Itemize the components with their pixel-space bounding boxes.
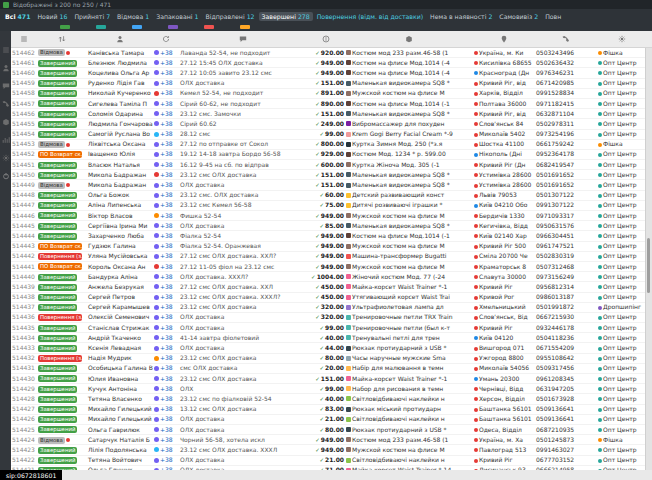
table-row[interactable]: 514447ЗавершенийАліна Липенська+3823.12 … [11, 201, 645, 211]
customer-phone[interactable]: 0507312468 [535, 263, 597, 271]
messenger-icon[interactable] [154, 366, 159, 371]
messenger-icon[interactable] [154, 284, 159, 289]
phone-prefix[interactable]: +38 [160, 242, 173, 249]
messenger-icon[interactable] [154, 142, 159, 147]
filter-chip-3[interactable] [132, 25, 142, 29]
phone-prefix[interactable]: +38 [160, 436, 173, 443]
customer-phone[interactable]: 0503243496 [535, 49, 597, 57]
phone-prefix[interactable]: +38 [160, 303, 173, 310]
product-name[interactable]: Костюм на флисе Мод.1014 (-4 [352, 69, 450, 76]
phone-prefix[interactable]: +38 [160, 89, 173, 96]
product-name[interactable]: Костюм на флисе Мод.1014 (-1 [352, 100, 450, 107]
filter-chip-5[interactable] [204, 25, 214, 29]
messenger-icon[interactable] [154, 101, 159, 106]
customer-name[interactable]: Юлия Ивановна [87, 375, 153, 383]
phone-prefix[interactable]: +38 [160, 69, 173, 76]
phone-prefix[interactable]: +38 [160, 263, 173, 270]
table-row[interactable]: 514428ЗавершенийТетяна Власенко+3823.12 … [11, 394, 645, 404]
column-header-price[interactable] [307, 31, 345, 47]
product-name[interactable]: Костюм на флисе Мод.1014 (-4 [352, 59, 450, 66]
customer-phone[interactable]: 0632871104 [535, 110, 597, 118]
product-name[interactable]: Часы наручные мужские Sma [352, 354, 446, 361]
product-name[interactable]: Тренировочные петли TRX Train [352, 313, 452, 320]
customer-name[interactable]: Блезнюк Людмила [87, 59, 153, 67]
phone-prefix[interactable]: +38 [160, 161, 173, 168]
column-header-source[interactable] [597, 31, 646, 47]
table-row[interactable]: 514439ЗавершенийАнжела Безрукая+3827.12 … [11, 282, 645, 292]
phone-prefix[interactable]: +38 [160, 59, 173, 66]
phone-prefix[interactable]: +38 [160, 171, 173, 178]
messenger-icon[interactable] [154, 356, 159, 361]
customer-name[interactable]: Іващенко Юлія [87, 150, 153, 158]
product-name[interactable]: Майка-корсет Waist Trainer *-1 [352, 375, 447, 382]
customer-name[interactable]: Коцелива Ольга Ар [87, 69, 153, 77]
customer-name[interactable]: Захарченко Люба [87, 232, 153, 240]
phone-prefix[interactable]: +38 [160, 354, 173, 361]
table-row[interactable]: 514450ЗавершенийМикола Бадражан+3823.12 … [11, 170, 645, 180]
messenger-icon[interactable] [154, 50, 159, 55]
customer-name[interactable]: Самогій Руслана Во [87, 130, 153, 138]
customer-name[interactable]: Сергіївна Ірина Ми [87, 222, 153, 230]
customer-phone[interactable]: 0671420985 [535, 79, 597, 87]
customer-phone[interactable]: 0961208345 [535, 375, 597, 383]
table-row[interactable]: 514426ЗавершенийМихайло Гилецький+38ОЛХ … [11, 415, 645, 425]
table-row[interactable]: 514422ЗавершенийТетяна Войтович+38ОЛХ до… [11, 456, 645, 466]
phone-prefix[interactable]: +38 [160, 385, 173, 392]
column-header-city[interactable] [473, 31, 535, 47]
table-row[interactable]: 514423ЗавершенийЛілія Подолянська+3823.1… [11, 445, 645, 455]
customer-phone[interactable]: 0501307122 [535, 191, 597, 199]
filter-chip-6[interactable] [240, 25, 250, 29]
customer-phone[interactable]: 0671554209 [535, 344, 597, 352]
product-name[interactable]: Рюкзак міський протиударн [352, 405, 441, 412]
customer-phone[interactable]: 0502636432 [535, 59, 597, 67]
phone-prefix[interactable]: +38 [160, 446, 173, 453]
phone-prefix[interactable]: +38 [160, 334, 173, 341]
customer-name[interactable]: Ліквітська Оксана [87, 140, 153, 148]
customer-phone[interactable]: 0950631576 [535, 222, 597, 230]
customer-phone[interactable]: 0501245873 [535, 436, 597, 444]
table-row[interactable]: 514446ЗавершенийВіктор Власов+38Фишка 52… [11, 211, 645, 221]
product-name[interactable]: Рюкзак протиударний з USB * [352, 426, 447, 433]
product-name[interactable]: Світловідбиваючі наклейки н [352, 456, 445, 463]
messenger-icon[interactable] [154, 264, 159, 269]
customer-phone[interactable]: 0956812314 [535, 283, 597, 291]
customer-name[interactable]: Станіслав Стрижак [87, 324, 153, 332]
product-name[interactable]: Куртка Зимня Мод. 250 (*з.я [352, 140, 442, 147]
product-name[interactable]: Мужской костюм на флисе М [352, 263, 445, 270]
column-header-name[interactable] [87, 31, 153, 47]
phone-prefix[interactable]: +38 [160, 364, 173, 371]
product-name[interactable]: Мужской костюм на флисе М [352, 89, 445, 96]
product-name[interactable]: Мужской костюм на флисе М [352, 242, 445, 249]
phone-prefix[interactable]: +38 [160, 395, 173, 402]
phone-prefix[interactable]: +38 [160, 313, 173, 320]
table-row[interactable]: 514444ЗавершенийЗахарченко Люба+38Фіалка… [11, 231, 645, 241]
product-name[interactable]: Костюм на флисе Мод.1014 (-1 [352, 232, 450, 239]
product-name[interactable]: Детский развивающий конст [352, 191, 444, 198]
messenger-icon[interactable] [154, 172, 159, 177]
table-row[interactable]: 514440ЗавершенийБандурка Аліна+38ОЛХ дос… [11, 272, 645, 282]
product-name[interactable]: Костюм мод 233 разм.46-58 (1 [352, 49, 448, 56]
table-row[interactable]: 514435ЗавершенийСтаніслав Стрижак+38ОЛХ … [11, 323, 645, 333]
customer-name[interactable]: Андрій Ткаченко [87, 334, 153, 342]
messenger-icon[interactable] [154, 70, 159, 75]
phone-prefix[interactable]: +38 [160, 456, 173, 463]
tab-8[interactable]: Повернення (відм. від доставки) [314, 12, 426, 21]
table-row[interactable]: 514449ВідмоваМикола Бадражан+38ОЛХ доста… [11, 180, 645, 190]
messenger-icon[interactable] [154, 376, 159, 381]
messenger-icon[interactable] [154, 203, 159, 208]
customer-name[interactable]: Николай Кучеренко [87, 89, 153, 97]
sidebar-item-stats[interactable] [2, 129, 10, 137]
phone-prefix[interactable]: +38 [160, 201, 173, 208]
column-header-comment[interactable] [179, 31, 307, 47]
messenger-icon[interactable] [154, 295, 159, 300]
messenger-icon[interactable] [154, 152, 159, 157]
table-row[interactable]: 514455ЗавершенийЛюдмила Гончарова+38Сіри… [11, 119, 645, 129]
messenger-icon[interactable] [154, 386, 159, 391]
customer-phone[interactable]: 0677703152 [535, 456, 597, 464]
column-header-messenger[interactable] [153, 31, 179, 47]
tab-10[interactable]: Самовивіз2 [496, 12, 541, 21]
messenger-icon[interactable] [154, 244, 159, 249]
messenger-icon[interactable] [154, 458, 159, 463]
customer-name[interactable]: Микола Бадражан [87, 181, 153, 189]
table-row[interactable]: 514453ВідмоваЛіквітська Оксана+3827.12 п… [11, 140, 645, 150]
